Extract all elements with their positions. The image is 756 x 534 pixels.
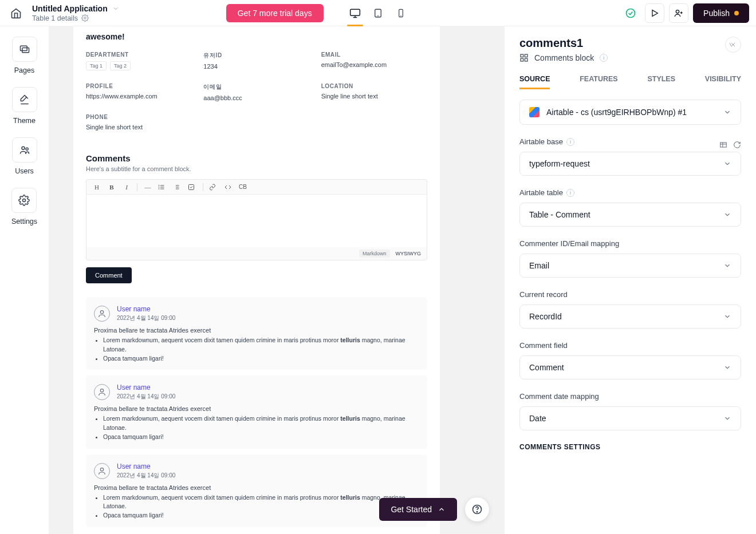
pages-icon (19, 43, 30, 55)
topbar-right-group: Publish (621, 3, 749, 23)
user-icon (97, 466, 107, 476)
current-record-value: RecordId (529, 312, 562, 321)
tb-check[interactable] (188, 184, 197, 191)
theme-icon (19, 94, 30, 105)
current-record-select[interactable]: RecordId (519, 304, 741, 329)
tb-hr[interactable]: — (143, 184, 152, 191)
left-nav: Pages Theme Users Settings (0, 26, 49, 534)
svg-point-8 (627, 9, 635, 17)
comment-editor[interactable]: H B I — CB Markdown WYSIWYG (86, 179, 427, 260)
commenter-mapping-value: Email (529, 261, 549, 270)
chevron-down-icon (723, 108, 731, 116)
avatar (94, 384, 110, 400)
close-panel-button[interactable] (725, 37, 741, 53)
nav-settings[interactable]: Settings (11, 188, 37, 226)
publish-label: Publish (703, 9, 730, 18)
chevron-down-icon (723, 414, 731, 422)
data-source-select[interactable]: Airtable - cs (usrt9gEIRHBOPbWnp) #1 (519, 100, 741, 125)
app-name-dropdown[interactable]: Untitled Application (32, 4, 119, 13)
check-circle-icon (625, 7, 636, 19)
link-icon (209, 184, 216, 191)
tb-codeblock[interactable]: CB (239, 184, 247, 190)
commenter-mapping-select[interactable]: Email (519, 254, 741, 278)
airtable-table-select[interactable]: Table - Comment (519, 203, 741, 227)
field-userid: 유저ID 1234 (203, 52, 309, 70)
publish-button[interactable]: Publish (693, 3, 749, 23)
tag-2: Tag 2 (110, 61, 131, 70)
comment-user-name: User name (117, 383, 175, 391)
field-department: DEPARTMENT Tag 1 Tag 2 (86, 52, 192, 70)
svg-rect-1 (351, 9, 360, 15)
panel-block-type-row: Comments block i (519, 53, 741, 62)
preview-play-button[interactable] (645, 3, 664, 23)
panel-title: comments1 (519, 37, 741, 50)
tb-link[interactable] (209, 184, 218, 191)
svg-point-30 (100, 468, 103, 470)
page-subtitle-row[interactable]: Table 1 details (32, 14, 119, 22)
field-location: LOCATION Single line short text (321, 83, 427, 101)
nav-users[interactable]: Users (12, 137, 37, 175)
tb-bold[interactable]: B (107, 184, 116, 191)
comment-card: User name 2022년 4월 14일 09:00 Proxima bel… (86, 454, 427, 527)
field-label: EMAIL (321, 52, 427, 58)
nav-pages[interactable]: Pages (12, 37, 37, 74)
editor-footer: Markdown WYSIWYG (86, 247, 427, 260)
avatar (94, 306, 110, 322)
tab-source[interactable]: SOURCE (519, 75, 550, 89)
editor-mode-wysiwyg[interactable]: WYSIWYG (396, 251, 422, 256)
get-started-group: Get Started (379, 497, 489, 521)
chevron-down-icon (723, 160, 731, 168)
table-icon[interactable] (719, 141, 727, 149)
svg-rect-13 (20, 46, 27, 50)
users-icon (19, 144, 30, 156)
comment-field-select[interactable]: Comment (519, 355, 741, 379)
comment-user-name: User name (117, 462, 175, 470)
tb-italic[interactable]: I (122, 184, 131, 191)
info-icon[interactable]: i (566, 138, 574, 146)
field-imail: 이메일 aaa@bbb.ccc (203, 83, 309, 101)
editor-textarea[interactable] (86, 195, 427, 247)
submit-comment-button[interactable]: Comment (86, 267, 132, 283)
comment-field-value: Comment (529, 363, 564, 372)
add-user-button[interactable] (669, 3, 688, 23)
chevron-down-icon (723, 211, 731, 219)
info-icon[interactable]: i (566, 189, 574, 197)
preview-page[interactable]: awesome! DEPARTMENT Tag 1 Tag 2 유저ID 123… (73, 26, 440, 534)
get-started-button[interactable]: Get Started (379, 498, 457, 521)
airtable-base-label: Airtable base i (519, 137, 574, 146)
tb-ol[interactable] (173, 184, 182, 191)
nav-users-label: Users (15, 167, 34, 175)
svg-line-34 (730, 43, 731, 46)
nav-theme[interactable]: Theme (12, 87, 37, 125)
refresh-icon[interactable] (733, 141, 741, 149)
editor-mode-markdown[interactable]: Markdown (359, 250, 390, 258)
list-ol-icon (173, 184, 180, 191)
comment-user-name: User name (117, 305, 175, 313)
chevron-up-icon (438, 505, 446, 513)
field-value: 1234 (203, 63, 309, 70)
field-value: emailTo@example.com (321, 61, 427, 68)
status-ok-button[interactable] (621, 3, 640, 23)
svg-point-22 (159, 187, 159, 187)
trial-days-button[interactable]: Get 7 more trial days (226, 4, 324, 22)
gear-icon (81, 14, 89, 22)
comment-date-select[interactable]: Date (519, 406, 741, 430)
svg-rect-39 (525, 58, 527, 61)
comment-li: Opaca tamquam ligari! (103, 433, 419, 442)
airtable-base-select[interactable]: typeform-request (519, 152, 741, 176)
device-tablet-button[interactable] (368, 0, 388, 26)
help-button[interactable] (465, 497, 489, 521)
field-label: LOCATION (321, 83, 427, 89)
tb-ul[interactable] (158, 184, 167, 191)
tab-visibility[interactable]: VISIBILITY (705, 75, 741, 89)
tab-features[interactable]: FEATURES (580, 75, 617, 89)
home-button[interactable] (7, 4, 25, 22)
comment-body-title: Proxima bellare te tractata Atrides exer… (94, 405, 419, 412)
info-icon[interactable]: i (600, 54, 608, 62)
tab-styles[interactable]: STYLES (647, 75, 675, 89)
tb-code[interactable] (224, 184, 233, 191)
device-desktop-button[interactable] (345, 0, 365, 26)
airtable-table-value: Table - Comment (529, 210, 590, 219)
device-mobile-button[interactable] (391, 0, 411, 26)
tb-heading[interactable]: H (92, 184, 101, 191)
